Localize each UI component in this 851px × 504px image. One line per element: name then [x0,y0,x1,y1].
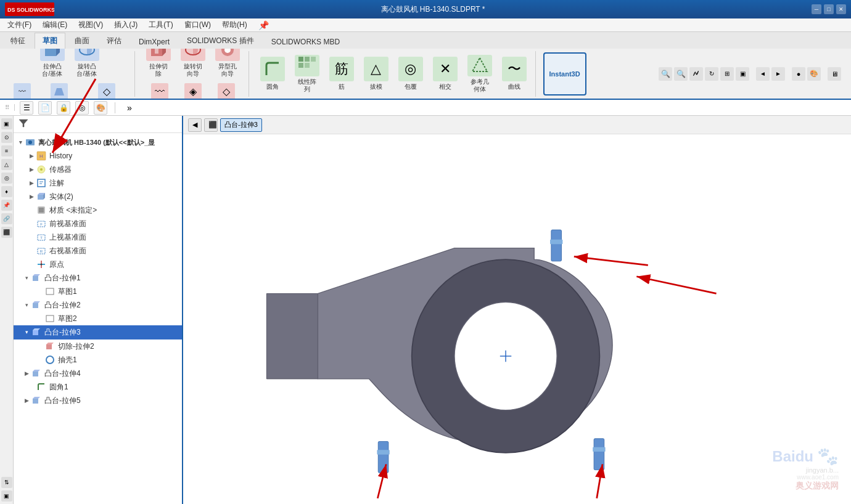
menu-window[interactable]: 窗口(W) [179,18,216,31]
property-btn[interactable]: 📄 [38,101,52,115]
sidebar-icon-5[interactable]: ♦ [1,186,12,197]
ref-geom-button[interactable]: 参考几何体 [464,52,496,96]
tree-item-history[interactable]: ▶ H History [14,149,182,163]
tree-item-sketch2[interactable]: ▶ 草图2 [14,312,182,325]
tree-item-right-plane[interactable]: ▶ R 右视基准面 [14,244,182,258]
tree-view-btn[interactable]: ☰ [20,101,33,115]
tab-dimxpert[interactable]: DimXpert [131,35,178,49]
tab-sketch[interactable]: 草图 [35,33,65,49]
rib-button[interactable]: 筋 筋 [326,52,358,96]
sweep-cut-button[interactable]: 〰 扫描切除 [144,81,175,99]
tree-item-annotations[interactable]: ▶ 注解 [14,176,182,190]
svg-rect-30 [38,195,43,200]
draft-button[interactable]: △ 拔模 [360,52,392,96]
menu-edit[interactable]: 编辑(E) [38,18,72,31]
extrude-cut-button[interactable]: 拉伸切除 [142,49,175,79]
view3d-btn[interactable]: 🗲 [689,67,703,81]
menu-file[interactable]: 文件(F) [2,18,36,31]
sidebar-icon-7[interactable]: 🔗 [1,213,12,224]
sidebar-icon-2[interactable]: ≡ [1,145,12,156]
sidebar-icon-3[interactable]: △ [1,159,12,170]
menu-help[interactable]: 帮助(H) [217,18,252,31]
search-btn[interactable]: 🔍 [659,67,672,81]
back-button[interactable]: ◀ [188,118,202,132]
solid-view-btn[interactable]: ⬛ [204,118,218,132]
svg-rect-68 [377,450,389,454]
tree-item-shell1[interactable]: ▶ 抽壳1 [14,353,182,367]
sidebar-icon-8[interactable]: ⬛ [1,227,12,238]
sweep-button[interactable]: 〰 扫描 [10,81,35,99]
tree-item-sensors[interactable]: ▶ 传感器 [14,163,182,176]
window-controls[interactable]: ─ □ ✕ [812,4,846,14]
hole-wizard-button[interactable]: 异型孔向导 [212,49,244,79]
boss-extrude-button[interactable]: 拉伸凸台/基体 [36,49,68,79]
svg-rect-10 [155,49,158,54]
tree-root-item[interactable]: ▾ 离心鼓风机 HB-1340 (默认<<默认>_显 [14,136,182,149]
revolve-boss-button[interactable]: 旋转凸台/基体 [71,49,103,79]
boundary-cut-button[interactable]: ◇ 边界切除 [211,81,242,99]
sidebar-icon-0[interactable]: ▣ [1,118,12,129]
display-state-btn[interactable]: ◎ [75,101,89,115]
sidebar-icon-4[interactable]: ◎ [1,173,12,184]
config-btn[interactable]: 🔒 [57,101,70,115]
curves-label: 曲线 [508,83,520,91]
close-button[interactable]: ✕ [836,4,846,14]
boundary-button[interactable]: ◇ 边界凸台/基体 [84,81,130,99]
prev-view-btn[interactable]: ◄ [756,67,770,81]
monitor-btn[interactable]: 🖥 [828,67,841,81]
intersect-button[interactable]: ✕ 相交 [429,52,461,96]
expand-panel-btn[interactable]: » [123,101,136,115]
tab-features[interactable]: 特征 [2,33,33,49]
sidebar-icon-bottom[interactable]: ⇅ [1,477,12,488]
display-style-btn[interactable]: ● [792,67,805,81]
menu-insert[interactable]: 插入(J) [109,18,142,31]
sidebar-icon-6[interactable]: 📌 [1,200,12,211]
tree-item-front-plane[interactable]: ▶ F 前视基准面 [14,217,182,230]
tab-sw-mbd[interactable]: SOLIDWORKS MBD [263,35,348,49]
tree-item-top-plane[interactable]: ▶ T 上视基准面 [14,230,182,244]
svg-point-54 [46,356,54,364]
fillet-button[interactable]: 圆角 [257,52,289,96]
annotations-icon [36,177,47,189]
tree-item-sketch1[interactable]: ▶ 草图1 [14,285,182,298]
tree-item-origin[interactable]: ▶ 原点 [14,258,182,271]
sidebar-icon-1[interactable]: ⊙ [1,132,12,143]
svg-rect-44 [33,276,38,281]
tree-item-boss2[interactable]: ▾ 凸台-拉伸2 [14,298,182,312]
maximize-button[interactable]: □ [824,4,834,14]
pin-icon[interactable]: 📌 [258,20,269,30]
wrap-button[interactable]: ◎ 包覆 [395,52,427,96]
filter-icon[interactable] [18,118,28,128]
tree-item-boss1[interactable]: ▾ 凸台-拉伸1 [14,271,182,285]
appearance-btn[interactable]: 🎨 [94,101,107,115]
sidebar-icon-bottom2[interactable]: ▣ [1,490,12,502]
revolve-cut-button[interactable]: 旋转切向导 [177,49,209,79]
breadcrumb-boss3[interactable]: 凸台-拉伸3 [220,118,262,132]
loft-cut-button[interactable]: ◈ 放样切割 [178,81,208,99]
minimize-button[interactable]: ─ [812,4,821,14]
tree-item-boss4[interactable]: ▶ 凸台-拉伸4 [14,367,182,380]
tree-item-boss5[interactable]: ▶ 凸台-拉伸5 [14,394,182,407]
instant3d-button[interactable]: Instant3D [543,52,586,96]
svg-marker-20 [19,120,28,127]
tab-evaluate[interactable]: 评估 [99,33,130,49]
tree-item-cut2[interactable]: ▶ 切除-拉伸2 [14,339,182,353]
loft-cut-icon: ◈ [184,83,202,99]
tab-surface[interactable]: 曲面 [67,33,97,49]
loft-button[interactable]: 放样凸台/基体 [37,81,82,99]
menu-tools[interactable]: 工具(T) [144,18,178,31]
tab-sw-plugins[interactable]: SOLIDWORKS 插件 [179,33,262,49]
curves-button[interactable]: 〜 曲线 [498,52,530,96]
section-btn[interactable]: ▣ [736,67,749,81]
linear-pattern-button[interactable]: 线性阵列 [291,52,323,96]
tree-item-boss3[interactable]: ▾ 凸台-拉伸3 [14,325,182,339]
search2-btn[interactable]: 🔍 [674,67,688,81]
menu-view[interactable]: 视图(V) [73,18,108,31]
tree-item-fillet1[interactable]: ▶ 圆角1 [14,380,182,394]
tree-item-material[interactable]: ▶ 材质 <未指定> [14,203,182,217]
rotate-btn[interactable]: ↻ [705,67,718,81]
zoom-fit-btn[interactable]: ⊞ [720,67,734,81]
next-view-btn[interactable]: ► [771,67,785,81]
render-btn[interactable]: 🎨 [807,67,821,81]
tree-item-solid[interactable]: ▶ 实体(2) [14,190,182,203]
